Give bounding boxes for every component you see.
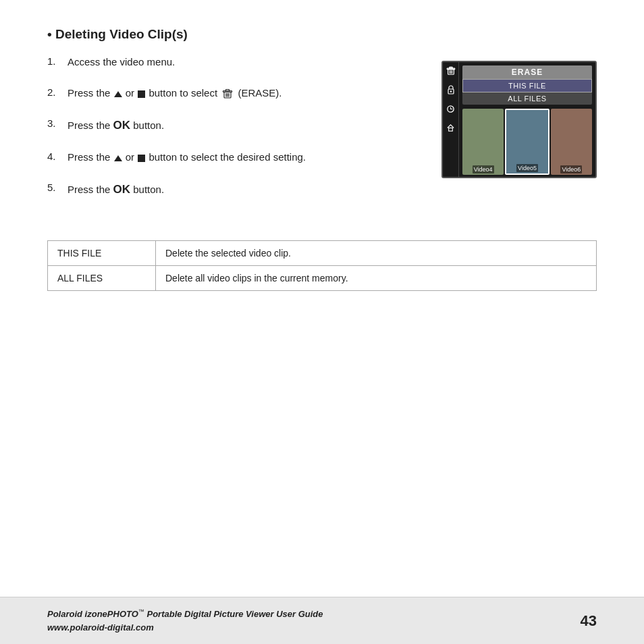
arrow-up-icon-2 — [114, 155, 122, 161]
step-2-text: Press the or button to select (ERASE). — [68, 85, 281, 101]
footer-url: www.polaroid-digital.com — [47, 621, 323, 635]
screen-content-area: ERASE THIS FILE ALL FILES Video4 Video5 — [459, 62, 595, 177]
page-title: Deleting Video Clip(s) — [55, 27, 188, 41]
step-3-text: Press the OK button. — [68, 116, 164, 134]
info-table: THIS FILE Delete the selected video clip… — [47, 240, 597, 291]
svg-rect-2 — [226, 90, 230, 91]
arrow-up-icon — [114, 91, 122, 97]
desc-this-file: Delete the selected video clip. — [156, 241, 597, 266]
footer-brand: Polaroid izonePHOTO — [47, 609, 138, 619]
footer-tm: ™ — [138, 608, 144, 615]
lock-sidebar-icon — [444, 82, 458, 97]
step-2-num: 2. — [47, 85, 68, 101]
thumbnail-video6: Video6 — [551, 109, 592, 175]
table-row-2: ALL FILES Delete all video clips in the … — [48, 266, 597, 291]
square-button-icon-2 — [138, 155, 145, 162]
step-5-num: 5. — [47, 180, 68, 198]
thumbnail-video5: Video5 — [505, 109, 549, 175]
footer: Polaroid izonePHOTO™ Portable Digital Pi… — [0, 597, 644, 644]
thumbnails-row: Video4 Video5 Video6 — [459, 107, 595, 177]
footer-page-number: 43 — [581, 612, 597, 630]
footer-brand-line: Polaroid izonePHOTO™ Portable Digital Pi… — [47, 608, 323, 621]
step-4-num: 4. — [47, 149, 68, 165]
step-3: 3. Press the OK button. — [47, 116, 421, 134]
steps-list: 1. Access the video menu. 2. Press the o… — [47, 54, 421, 213]
footer-subtitle: Portable Digital Picture Viewer User Gui… — [146, 609, 323, 619]
ok-label: OK — [113, 119, 131, 132]
camera-screen: ERASE THIS FILE ALL FILES Video4 Video5 — [441, 61, 597, 178]
page-content: • Deleting Video Clip(s) 1. Access the v… — [0, 0, 644, 291]
home-sidebar-icon — [444, 120, 458, 135]
square-button-icon — [138, 90, 145, 98]
screen-sidebar — [443, 62, 459, 177]
erase-this-file: THIS FILE — [462, 79, 592, 92]
thumb-label-4: Video4 — [473, 165, 494, 173]
rotate-sidebar-icon — [444, 101, 458, 116]
step-4-text: Press the or button to select the desire… — [68, 149, 306, 165]
option-all-files: ALL FILES — [48, 266, 156, 291]
ok-label-2: OK — [113, 183, 131, 196]
erase-header: ERASE — [462, 65, 592, 79]
erase-menu: ERASE THIS FILE ALL FILES — [462, 65, 592, 105]
step-3-num: 3. — [47, 116, 68, 134]
steps-and-image: 1. Access the video menu. 2. Press the o… — [47, 54, 597, 213]
table-row-1: THIS FILE Delete the selected video clip… — [48, 241, 597, 266]
step-1-text: Access the video menu. — [68, 54, 175, 70]
footer-left: Polaroid izonePHOTO™ Portable Digital Pi… — [47, 608, 323, 634]
screen-main: ERASE THIS FILE ALL FILES Video4 Video5 — [443, 62, 595, 177]
step-1: 1. Access the video menu. — [47, 54, 421, 70]
svg-rect-8 — [449, 67, 452, 68]
trash-sidebar-icon — [444, 63, 458, 78]
desc-all-files: Delete all video clips in the current me… — [156, 266, 597, 291]
section-title: • Deleting Video Clip(s) — [47, 27, 597, 42]
step-1-num: 1. — [47, 54, 68, 70]
step-5: 5. Press the OK button. — [47, 180, 421, 198]
erase-all-files: ALL FILES — [462, 92, 592, 105]
thumbnail-video4: Video4 — [462, 109, 504, 175]
step-2: 2. Press the or button to select (ERASE)… — [47, 85, 421, 101]
thumb-label-5: Video5 — [516, 164, 538, 172]
step-5-text: Press the OK button. — [68, 180, 164, 198]
svg-rect-15 — [449, 128, 453, 131]
trash-icon — [222, 88, 233, 99]
bullet: • — [47, 27, 52, 41]
option-this-file: THIS FILE — [48, 241, 156, 266]
thumb-label-6: Video6 — [560, 165, 582, 173]
svg-point-13 — [450, 90, 451, 92]
step-4: 4. Press the or button to select the des… — [47, 149, 421, 165]
